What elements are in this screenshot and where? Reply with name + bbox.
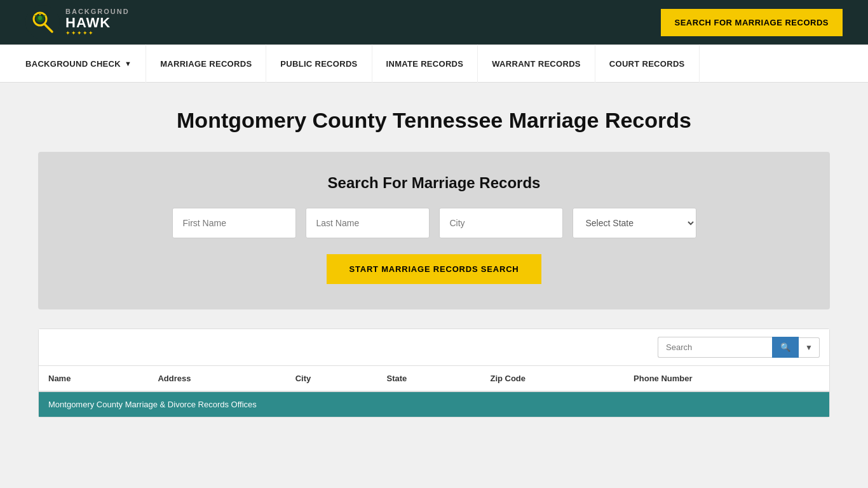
top-header: BACKGROUND HAWK ✦✦✦✦✦ SEARCH FOR MARRIAG… bbox=[0, 0, 868, 44]
search-records-button[interactable]: START MARRIAGE RECORDS SEARCH bbox=[327, 254, 541, 284]
svg-point-6 bbox=[38, 15, 42, 20]
table-search-wrap: 🔍 ▼ bbox=[658, 337, 820, 358]
table-body: Montgomery County Marriage & Divorce Rec… bbox=[39, 391, 829, 417]
nav-item-court-records[interactable]: COURT RECORDS bbox=[595, 44, 700, 83]
search-form-container: Search For Marriage Records Select State… bbox=[38, 152, 830, 309]
table-row: Montgomery County Marriage & Divorce Rec… bbox=[39, 391, 829, 417]
state-select[interactable]: Select State Alabama Alaska Arizona Arka… bbox=[573, 208, 696, 238]
chevron-down-icon: ▼ bbox=[125, 60, 132, 67]
first-name-input[interactable] bbox=[172, 208, 296, 238]
col-header-state: State bbox=[377, 366, 481, 391]
table-container: 🔍 ▼ Name Address City State Zip Code Pho… bbox=[38, 329, 830, 417]
nav-bar: BACKGROUND CHECK ▼ MARRIAGE RECORDS PUBL… bbox=[0, 44, 868, 83]
main-content: Montgomery County Tennessee Marriage Rec… bbox=[0, 83, 868, 488]
col-header-zip: Zip Code bbox=[480, 366, 624, 391]
nav-item-public-records[interactable]: PUBLIC RECORDS bbox=[266, 44, 372, 83]
col-header-name: Name bbox=[39, 366, 148, 391]
logo-icon bbox=[25, 5, 60, 40]
grouped-row-label: Montgomery County Marriage & Divorce Rec… bbox=[39, 391, 829, 417]
logo-area: BACKGROUND HAWK ✦✦✦✦✦ bbox=[25, 5, 130, 40]
logo-text: BACKGROUND HAWK ✦✦✦✦✦ bbox=[65, 8, 130, 37]
page-title: Montgomery County Tennessee Marriage Rec… bbox=[38, 108, 830, 133]
city-input[interactable] bbox=[439, 208, 563, 238]
col-header-phone: Phone Number bbox=[624, 366, 829, 391]
table-toolbar: 🔍 ▼ bbox=[39, 329, 829, 366]
last-name-input[interactable] bbox=[306, 208, 430, 238]
caret-down-icon: ▼ bbox=[805, 343, 813, 352]
search-form-title: Search For Marriage Records bbox=[70, 174, 798, 192]
svg-point-0 bbox=[25, 5, 60, 39]
table-header: Name Address City State Zip Code Phone N… bbox=[39, 366, 829, 391]
search-icon: 🔍 bbox=[780, 342, 790, 352]
nav-item-warrant-records[interactable]: WARRANT RECORDS bbox=[478, 44, 595, 83]
col-header-address: Address bbox=[148, 366, 285, 391]
table-search-input[interactable] bbox=[658, 337, 772, 358]
data-table: Name Address City State Zip Code Phone N… bbox=[39, 366, 829, 417]
header-search-button[interactable]: SEARCH FOR MARRIAGE RECORDS bbox=[661, 9, 843, 36]
nav-item-marriage-records[interactable]: MARRIAGE RECORDS bbox=[146, 44, 266, 83]
table-search-dropdown-button[interactable]: ▼ bbox=[799, 337, 820, 358]
nav-item-background-check[interactable]: BACKGROUND CHECK ▼ bbox=[25, 44, 146, 83]
nav-item-inmate-records[interactable]: INMATE RECORDS bbox=[372, 44, 478, 83]
table-search-button[interactable]: 🔍 bbox=[772, 337, 799, 358]
search-fields: Select State Alabama Alaska Arizona Arka… bbox=[70, 208, 798, 238]
col-header-city: City bbox=[286, 366, 377, 391]
